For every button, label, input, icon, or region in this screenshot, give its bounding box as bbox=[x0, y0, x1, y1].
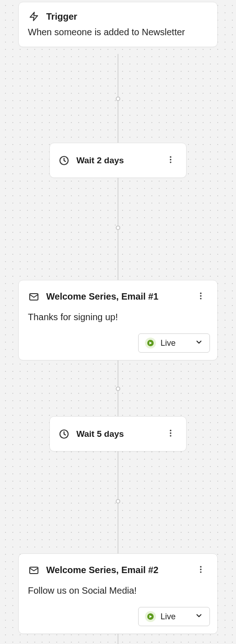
email-status-select[interactable]: Live bbox=[138, 607, 210, 626]
step-more-button[interactable] bbox=[193, 562, 208, 578]
connector-add-node[interactable] bbox=[116, 499, 120, 504]
email-status-label: Live bbox=[161, 338, 176, 348]
clock-icon bbox=[58, 155, 70, 166]
svg-marker-18 bbox=[150, 615, 152, 618]
svg-marker-0 bbox=[30, 12, 38, 21]
connector-line bbox=[118, 634, 118, 644]
wait-label: Wait 2 days bbox=[76, 156, 157, 166]
svg-point-16 bbox=[200, 569, 201, 570]
trigger-title: Trigger bbox=[46, 11, 77, 22]
status-indicator-icon bbox=[145, 338, 156, 349]
svg-point-6 bbox=[200, 293, 201, 294]
svg-point-15 bbox=[200, 566, 201, 568]
email-subject: Thanks for signing up! bbox=[19, 309, 217, 333]
step-more-button[interactable] bbox=[163, 426, 178, 442]
svg-point-4 bbox=[170, 161, 171, 163]
automation-canvas[interactable]: Trigger When someone is added to Newslet… bbox=[0, 0, 236, 644]
wait-step-card[interactable]: Wait 5 days bbox=[49, 416, 187, 451]
connector-add-node[interactable] bbox=[116, 225, 120, 230]
svg-point-7 bbox=[200, 295, 201, 296]
connector-add-node[interactable] bbox=[116, 97, 120, 101]
svg-point-8 bbox=[200, 298, 201, 299]
more-vertical-icon bbox=[196, 291, 205, 302]
chevron-down-icon bbox=[195, 612, 203, 622]
mail-icon bbox=[28, 564, 40, 576]
email-subject: Follow us on Social Media! bbox=[19, 583, 217, 607]
more-vertical-icon bbox=[196, 565, 205, 575]
wait-step-card[interactable]: Wait 2 days bbox=[49, 143, 187, 178]
svg-point-2 bbox=[170, 156, 171, 158]
email-status-label: Live bbox=[161, 612, 176, 622]
trigger-description: When someone is added to Newsletter bbox=[19, 27, 217, 47]
email-step-card[interactable]: Welcome Series, Email #2 Follow us on So… bbox=[18, 553, 218, 634]
status-indicator-icon bbox=[145, 611, 156, 622]
step-more-button[interactable] bbox=[163, 152, 178, 168]
clock-icon bbox=[58, 428, 70, 440]
svg-marker-9 bbox=[150, 342, 152, 344]
email-step-card[interactable]: Welcome Series, Email #1 Thanks for sign… bbox=[18, 280, 218, 360]
connector-add-node[interactable] bbox=[116, 386, 120, 391]
svg-point-13 bbox=[170, 435, 171, 436]
mail-icon bbox=[28, 291, 40, 303]
svg-point-11 bbox=[170, 430, 171, 431]
email-status-select[interactable]: Live bbox=[138, 333, 210, 353]
chevron-down-icon bbox=[195, 338, 203, 349]
email-title: Welcome Series, Email #1 bbox=[46, 291, 158, 302]
more-vertical-icon bbox=[166, 429, 175, 439]
svg-point-3 bbox=[170, 159, 171, 160]
bolt-icon bbox=[28, 11, 40, 22]
email-title: Welcome Series, Email #2 bbox=[46, 565, 158, 575]
step-more-button[interactable] bbox=[193, 289, 208, 305]
more-vertical-icon bbox=[166, 155, 175, 166]
svg-point-17 bbox=[200, 571, 201, 573]
svg-point-12 bbox=[170, 432, 171, 434]
wait-label: Wait 5 days bbox=[76, 429, 157, 439]
trigger-card[interactable]: Trigger When someone is added to Newslet… bbox=[18, 2, 218, 47]
